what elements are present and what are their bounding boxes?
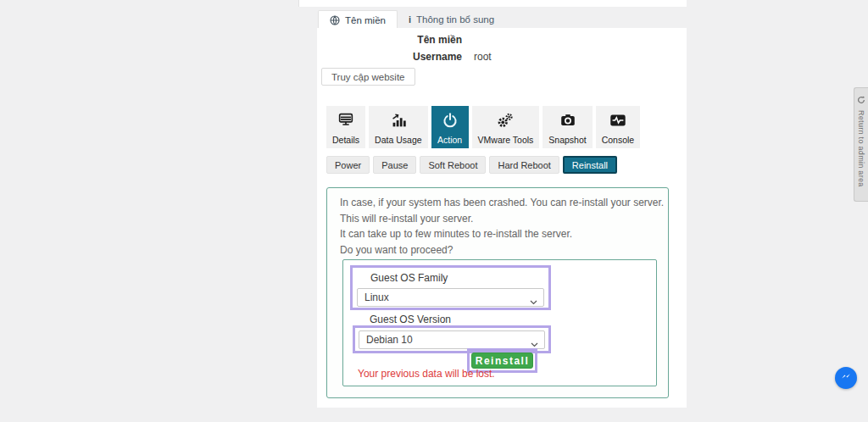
os-family-value: Linux [364, 292, 389, 303]
bar-chart-icon [389, 111, 408, 130]
page: Tên miền i Thông tin bổ sung Tên miền Us… [0, 0, 868, 422]
return-tab-label: Return to admin area [857, 110, 865, 187]
tile-label: Data Usage [375, 135, 421, 145]
os-version-value: Debian 10 [366, 334, 413, 346]
os-family-highlight: Guest OS Family Linux [350, 265, 551, 310]
server-icon [337, 111, 355, 130]
info-row-username: Username root [317, 51, 554, 63]
refresh-icon [857, 92, 865, 108]
tile-details[interactable]: Details [326, 106, 365, 148]
soft-reboot-button[interactable]: Soft Reboot [420, 156, 486, 174]
tile-action[interactable]: Action [431, 106, 469, 148]
tile-snapshot[interactable]: Snapshot [542, 106, 592, 148]
tab-bar: Tên miền i Thông tin bổ sung [318, 10, 505, 29]
tab-ten-mien[interactable]: Tên miền [318, 10, 398, 29]
tile-data-usage[interactable]: Data Usage [369, 106, 427, 148]
guest-os-family-select[interactable]: Linux [357, 288, 544, 307]
reinstall-form: Guest OS Family Linux Guest OS Version D… [342, 259, 657, 386]
globe-icon [330, 15, 340, 25]
os-version-label: Guest OS Version [370, 314, 451, 325]
server-info: Tên miền Username root [317, 34, 554, 68]
os-family-label: Guest OS Family [370, 272, 448, 284]
top-strip [298, 0, 687, 7]
hard-reboot-button[interactable]: Hard Reboot [489, 156, 559, 174]
message-line: Do you want to proceed? [340, 245, 664, 255]
action-tabs: Details Data Usage Action VMware Tools [326, 106, 640, 148]
info-icon: i [409, 14, 411, 25]
reinstall-panel: In case, if your system has been crashed… [326, 187, 669, 398]
domain-value [474, 34, 554, 46]
power-icon [441, 111, 459, 130]
tile-label: Action [437, 135, 462, 145]
tile-label: VMware Tools [478, 135, 534, 145]
console-icon [609, 111, 627, 130]
reinstall-submit-button[interactable]: Reinstall [471, 353, 533, 369]
data-loss-warning: Your previous data will be lost. [358, 368, 495, 380]
guest-os-version-select[interactable]: Debian 10 [359, 330, 545, 349]
tile-label: Snapshot [548, 135, 586, 145]
domain-label: Tên miền [317, 34, 462, 46]
chevron-down-icon [530, 296, 537, 308]
messenger-chat-button[interactable] [835, 367, 857, 389]
message-line: In case, if your system has been crashed… [340, 197, 664, 208]
message-line: It can take up to few minutes to re-inst… [340, 229, 664, 239]
content-panel: Tên miền Username root Truy cập website … [317, 28, 687, 408]
tab-label: Thông tin bổ sung [416, 14, 494, 25]
tile-label: Details [332, 135, 359, 145]
visit-website-button[interactable]: Truy cập website [321, 68, 415, 86]
camera-icon [559, 111, 577, 130]
message-line: This will re-install your server. [340, 214, 664, 224]
messenger-icon [839, 369, 853, 386]
tile-vmware-tools[interactable]: VMware Tools [472, 106, 540, 148]
reinstall-messages: In case, if your system has been crashed… [340, 197, 664, 260]
power-button[interactable]: Power [326, 156, 370, 174]
return-to-admin-tab[interactable]: Return to admin area [854, 87, 868, 202]
tile-console[interactable]: Console [596, 106, 641, 148]
info-row-domain: Tên miền [317, 34, 554, 46]
pause-button[interactable]: Pause [373, 156, 416, 174]
tile-label: Console [602, 135, 635, 145]
gears-icon [496, 111, 515, 130]
tab-label: Tên miền [345, 15, 386, 25]
action-buttons: Power Pause Soft Reboot Hard Reboot Rein… [326, 156, 617, 174]
username-label: Username [317, 51, 462, 63]
tab-thong-tin-bo-sung[interactable]: i Thông tin bổ sung [398, 10, 505, 29]
username-value: root [474, 51, 554, 63]
reinstall-tab-button[interactable]: Reinstall [563, 156, 617, 174]
